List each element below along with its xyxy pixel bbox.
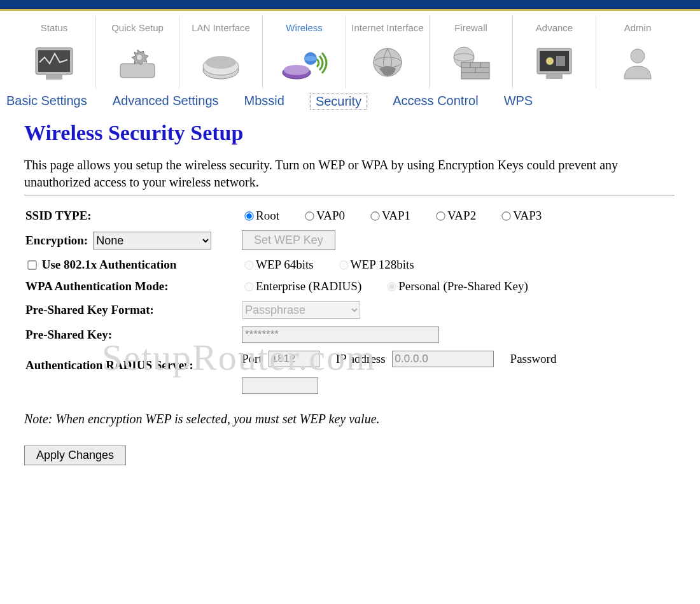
encryption-label: Encryption: [25, 234, 88, 248]
port-input[interactable] [269, 351, 319, 367]
nav-label: Admin [596, 17, 679, 39]
nav-label: Firewall [430, 17, 512, 39]
status-icon [13, 41, 95, 85]
subnav-basic[interactable]: Basic Settings [6, 94, 87, 109]
use-8021x-wrap[interactable]: Use 802.1x Authentication [25, 258, 242, 272]
psk-input[interactable] [242, 327, 439, 343]
ssid-type-label: SSID TYPE: [25, 209, 242, 223]
svg-point-24 [546, 57, 554, 65]
psk-label: Pre-Shared Key: [25, 328, 242, 342]
divider [24, 195, 675, 196]
svg-point-4 [137, 55, 142, 60]
subnav-access[interactable]: Access Control [393, 94, 479, 109]
svg-rect-3 [120, 64, 155, 78]
nav-label: LAN Interface [179, 17, 262, 39]
quick-setup-icon [96, 41, 179, 85]
nav-quick-setup[interactable]: Quick Setup [96, 16, 179, 88]
note-text: Note: When encryption WEP is selected, y… [24, 412, 700, 426]
nav-internet-interface[interactable]: Internet Interface [346, 16, 430, 88]
nav-label: Internet Interface [346, 17, 429, 39]
nav-label: Wireless [263, 17, 346, 39]
wep128-option[interactable]: WEP 128bits [337, 258, 414, 272]
main-nav: Status Quick Setup LAN Interface Wireles… [0, 11, 700, 88]
nav-status[interactable]: Status [13, 16, 96, 88]
wep64-option[interactable]: WEP 64bits [242, 258, 314, 272]
nav-label: Advance [513, 17, 596, 39]
set-wep-key-button[interactable]: Set WEP Key [242, 230, 335, 250]
top-bar [0, 0, 700, 11]
page-description: This page allows you setup the wireless … [24, 157, 668, 191]
svg-point-27 [631, 49, 645, 63]
sub-nav: Basic Settings Advanced Settings Mbssid … [0, 88, 700, 116]
ip-label: IP address [336, 352, 386, 366]
page-title: Wireless Security Setup [24, 121, 700, 145]
nav-lan-interface[interactable]: LAN Interface [179, 16, 263, 88]
svg-rect-26 [546, 74, 563, 79]
ssid-root[interactable]: Root [242, 209, 279, 223]
port-label: Port [242, 352, 262, 366]
wpa-personal-option[interactable]: Personal (Pre-Shared Key) [384, 279, 528, 293]
ssid-vap0[interactable]: VAP0 [302, 209, 345, 223]
svg-point-9 [284, 65, 309, 75]
ssid-vap2[interactable]: VAP2 [433, 209, 476, 223]
nav-label: Status [13, 17, 95, 39]
use-8021x-checkbox[interactable] [27, 260, 36, 269]
nav-firewall[interactable]: Firewall [430, 16, 513, 88]
nav-advance[interactable]: Advance [513, 16, 596, 88]
internet-icon [346, 41, 429, 85]
svg-point-11 [304, 56, 317, 61]
admin-icon [596, 41, 679, 85]
nav-wireless[interactable]: Wireless [263, 16, 346, 88]
ssid-vap1[interactable]: VAP1 [368, 209, 410, 223]
subnav-advanced[interactable]: Advanced Settings [113, 94, 219, 109]
ssid-type-options: Root VAP0 VAP1 VAP2 VAP3 [242, 209, 675, 223]
svg-rect-2 [46, 74, 62, 80]
svg-rect-25 [556, 56, 565, 66]
nav-admin[interactable]: Admin [596, 16, 679, 88]
password-label: Password [510, 352, 557, 366]
psk-format-select[interactable]: Passphrase [242, 301, 360, 319]
psk-format-label: Pre-Shared Key Format: [25, 303, 242, 317]
subnav-security[interactable]: Security [310, 94, 367, 109]
wireless-icon [263, 41, 346, 85]
subnav-wps[interactable]: WPS [504, 94, 533, 109]
subnav-mbssid[interactable]: Mbssid [244, 94, 284, 109]
wpa-mode-label: WPA Authentication Mode: [25, 279, 242, 293]
ip-input[interactable] [392, 351, 494, 367]
firewall-icon [430, 41, 512, 85]
password-input[interactable] [242, 377, 318, 394]
advance-icon [513, 41, 596, 85]
ssid-vap3[interactable]: VAP3 [499, 209, 542, 223]
radius-label: Authentication RADIUS Server: [25, 351, 242, 372]
form-area: SetupRouter.com SSID TYPE: Root VAP0 VAP… [25, 209, 675, 394]
lan-icon [179, 41, 262, 85]
encryption-select[interactable]: None [93, 232, 211, 249]
apply-changes-button[interactable]: Apply Changes [24, 446, 126, 465]
svg-point-7 [206, 56, 236, 69]
wpa-enterprise-option[interactable]: Enterprise (RADIUS) [242, 279, 361, 293]
nav-label: Quick Setup [96, 17, 179, 39]
